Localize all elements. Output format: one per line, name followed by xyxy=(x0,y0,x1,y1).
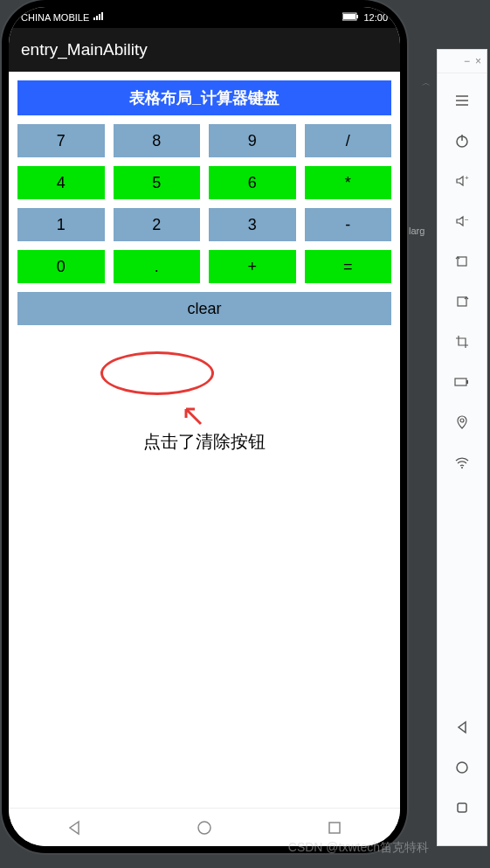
key-/[interactable]: / xyxy=(305,124,392,157)
nav-recent-button[interactable] xyxy=(324,817,345,838)
svg-point-13 xyxy=(460,419,464,422)
key-4[interactable]: 4 xyxy=(17,166,105,199)
time-label: 12:00 xyxy=(363,12,388,23)
power-icon[interactable] xyxy=(446,125,478,156)
clear-button[interactable]: clear xyxy=(17,292,391,325)
close-icon[interactable]: × xyxy=(475,55,481,67)
key-9[interactable]: 9 xyxy=(209,124,296,157)
app-title: entry_MainAbility xyxy=(21,40,148,59)
wifi-icon[interactable] xyxy=(446,447,478,478)
key-2[interactable]: 2 xyxy=(114,208,201,241)
key-*[interactable]: * xyxy=(305,166,392,199)
minimize-icon[interactable]: − xyxy=(464,55,470,67)
emulator-toolbar: − × + − xyxy=(437,49,487,846)
rotate-left-icon[interactable] xyxy=(446,246,478,277)
phone-screen: CHINA MOBILE 12:00 entry_MainAbility 表格布… xyxy=(9,7,400,846)
keypad-grid: 789/456*123-0.+= xyxy=(17,124,391,283)
tool-home-icon[interactable] xyxy=(446,752,478,783)
key--[interactable]: - xyxy=(305,208,392,241)
key-.[interactable]: . xyxy=(114,250,201,283)
battery-tool-icon[interactable] xyxy=(446,366,478,398)
key-0[interactable]: 0 xyxy=(17,250,105,283)
nav-home-button[interactable] xyxy=(194,817,215,838)
key-6[interactable]: 6 xyxy=(209,166,296,199)
tool-back-icon[interactable] xyxy=(446,712,478,743)
annotation-ellipse xyxy=(100,351,214,395)
svg-point-14 xyxy=(461,467,463,469)
carrier-label: CHINA MOBILE xyxy=(21,12,89,23)
app-header: entry_MainAbility xyxy=(9,28,400,72)
svg-point-15 xyxy=(457,762,467,773)
svg-text:−: − xyxy=(465,216,469,224)
nav-back-button[interactable] xyxy=(64,817,85,838)
watermark: CSDN @txwtech笛克特科 xyxy=(288,840,429,856)
signal-icon xyxy=(93,12,105,23)
phone-frame: CHINA MOBILE 12:00 entry_MainAbility 表格布… xyxy=(2,0,407,853)
tool-recent-icon[interactable] xyxy=(446,792,478,823)
result-message: 点击了清除按钮 xyxy=(17,430,391,454)
svg-rect-12 xyxy=(466,380,468,384)
svg-rect-16 xyxy=(458,803,466,812)
svg-point-3 xyxy=(198,822,210,834)
annotation-arrow-icon xyxy=(179,402,207,434)
key-+[interactable]: + xyxy=(209,250,296,283)
svg-rect-2 xyxy=(356,15,358,18)
rotate-right-icon[interactable] xyxy=(446,286,478,317)
volume-up-icon[interactable]: + xyxy=(446,165,478,197)
svg-text:+: + xyxy=(465,174,469,182)
location-icon[interactable] xyxy=(446,406,478,438)
ide-larg-label: larg xyxy=(409,226,424,236)
svg-rect-1 xyxy=(343,14,355,19)
svg-rect-4 xyxy=(329,823,340,833)
key-=[interactable]: = xyxy=(305,250,392,283)
scroll-up-icon[interactable]: ︿ xyxy=(422,77,431,89)
key-5[interactable]: 5 xyxy=(114,166,201,199)
key-1[interactable]: 1 xyxy=(17,208,105,241)
status-bar: CHINA MOBILE 12:00 xyxy=(9,7,400,28)
clear-label: clear xyxy=(187,300,221,318)
key-7[interactable]: 7 xyxy=(17,124,105,157)
battery-icon xyxy=(342,12,360,23)
menu-icon[interactable] xyxy=(446,85,478,116)
svg-rect-11 xyxy=(455,378,466,385)
calculator-title: 表格布局_计算器键盘 xyxy=(17,80,391,115)
app-body: 表格布局_计算器键盘 789/456*123-0.+= clear 点击了清除按… xyxy=(9,72,400,808)
key-8[interactable]: 8 xyxy=(114,124,201,157)
volume-down-icon[interactable]: − xyxy=(446,205,478,237)
crop-icon[interactable] xyxy=(446,326,478,358)
key-3[interactable]: 3 xyxy=(209,208,296,241)
